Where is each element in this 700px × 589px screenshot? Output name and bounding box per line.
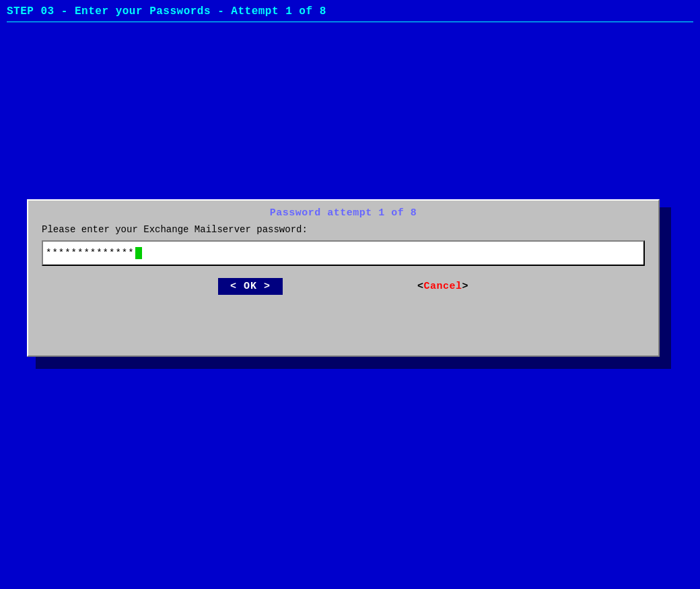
- password-stars: **************: [46, 248, 135, 258]
- ok-button[interactable]: < OK >: [218, 278, 283, 295]
- title-bar: STEP 03 - Enter your Passwords - Attempt…: [7, 5, 693, 22]
- title-text: STEP 03 - Enter your Passwords - Attempt…: [7, 5, 326, 18]
- cancel-suffix: >: [462, 281, 469, 292]
- password-field-container[interactable]: **************: [42, 240, 645, 266]
- cursor-block: [135, 247, 142, 259]
- button-row: < OK > <Cancel>: [28, 278, 658, 295]
- cancel-prefix: <: [417, 281, 424, 292]
- cancel-text: Cancel: [424, 281, 462, 292]
- cancel-button[interactable]: <Cancel>: [417, 281, 468, 292]
- password-display: **************: [46, 247, 142, 259]
- dialog-prompt: Please enter your Exchange Mailserver pa…: [28, 224, 658, 240]
- dialog: Password attempt 1 of 8 Please enter you…: [27, 199, 660, 357]
- dialog-title: Password attempt 1 of 8: [28, 201, 658, 224]
